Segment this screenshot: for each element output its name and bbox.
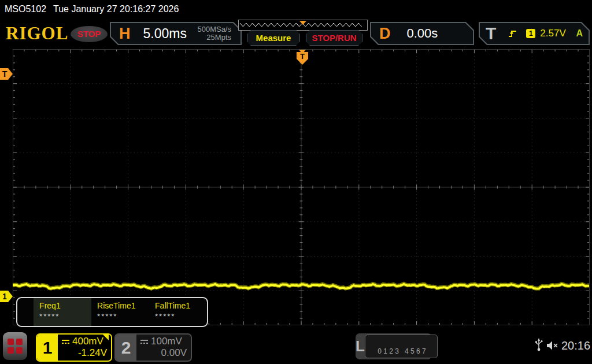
logic-tab[interactable]: L — [356, 333, 365, 359]
overview-trigger-marker[interactable] — [299, 21, 306, 25]
measurement-panel[interactable]: Freq1 ***** RiseTime1 ***** FallTime1 **… — [16, 297, 208, 327]
delay-value: 0.00s — [407, 26, 438, 41]
waveform-display-area — [13, 49, 590, 325]
acquisition-info: 500MSa/s 25Mpts — [197, 25, 231, 42]
channel1-fold-corner — [102, 333, 109, 340]
memory-depth: 25Mpts — [206, 33, 231, 42]
channel1-tab[interactable]: 1 — [37, 335, 58, 361]
channel2-block[interactable]: 2 100mV 0.00V — [114, 333, 192, 362]
menu-grid-icon[interactable] — [3, 332, 27, 360]
usb-icon — [535, 337, 543, 352]
sample-rate: 500MSa/s — [197, 25, 231, 34]
measurement-item-risetime1[interactable]: RiseTime1 ***** — [91, 298, 149, 326]
svg-text:T: T — [2, 69, 8, 79]
channel2-tab[interactable]: 2 — [116, 335, 136, 361]
channel1-level-marker[interactable]: 1 — [0, 291, 13, 303]
waveform-overview-strip[interactable] — [238, 20, 368, 31]
channel1-scale: 400mV — [72, 336, 103, 347]
measure-button[interactable]: Measure — [247, 30, 300, 46]
delay-panel[interactable]: D 0.00s — [370, 22, 474, 45]
speaker-muted-icon[interactable] — [546, 340, 560, 351]
delay-label: D — [379, 25, 391, 43]
logic-analyzer-block[interactable]: L 0 1 2 3 4 5 6 7 8 9 1011 12131415 — [356, 333, 432, 359]
measurement-spacer — [17, 298, 34, 326]
trigger-source-badge: 1 — [526, 29, 535, 38]
horizontal-panel[interactable]: H 5.00ms 500MSa/s 25Mpts — [110, 22, 242, 45]
trigger-label: T — [486, 24, 496, 43]
rigol-logo: RIGOL — [6, 23, 68, 44]
timebase-value: 5.00ms — [143, 26, 187, 42]
run-state-badge: STOP — [71, 26, 108, 42]
logic-channels-row1: 0 1 2 3 4 5 6 7 — [378, 347, 426, 355]
svg-text:T: T — [300, 52, 305, 61]
status-clock: 20:16 — [561, 339, 590, 352]
channel2-offset: 0.00V — [140, 347, 187, 359]
stop-run-button[interactable]: STOP/RUN — [306, 30, 362, 46]
channel1-offset: -1.24V — [61, 347, 107, 359]
channel1-block[interactable]: 1 400mV -1.24V — [36, 333, 112, 362]
dc-coupling-icon — [140, 339, 149, 345]
trigger-mode: A — [576, 28, 583, 39]
trigger-level-marker[interactable]: T — [0, 68, 13, 80]
datetime: Tue January 27 20:16:27 2026 — [53, 4, 179, 14]
graticule — [13, 49, 590, 325]
horizontal-label: H — [119, 25, 131, 43]
channel2-scale: 100mV — [151, 336, 182, 347]
svg-text:1: 1 — [2, 292, 7, 301]
measurement-item-falltime1[interactable]: FallTime1 ***** — [149, 298, 207, 326]
trigger-level-value: 2.57V — [540, 28, 565, 39]
measurement-item-freq1[interactable]: Freq1 ***** — [34, 298, 91, 326]
model-name: MSO5102 — [5, 4, 46, 14]
trigger-panel[interactable]: T 1 2.57V A — [479, 22, 590, 45]
title-bar: MSO5102 Tue January 27 20:16:27 2026 — [0, 0, 592, 18]
dc-coupling-icon — [61, 339, 70, 345]
trigger-edge-icon — [508, 29, 518, 38]
trigger-position-marker[interactable]: T — [297, 50, 308, 65]
